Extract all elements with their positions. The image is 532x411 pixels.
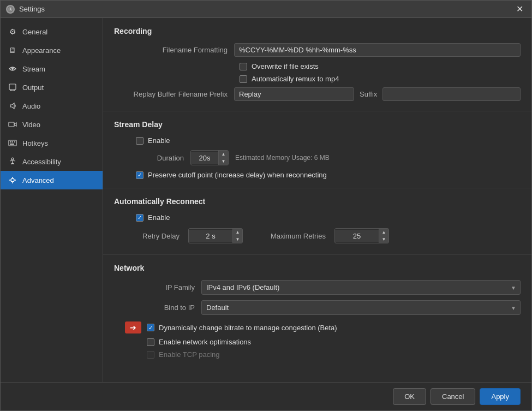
network-section: Network IP Family IPv4 and IPv6 (Default… (103, 255, 531, 367)
stream-delay-enable-label: Enable (148, 136, 170, 145)
retry-delay-decrement[interactable]: ▼ (232, 236, 242, 243)
app-icon (6, 5, 15, 14)
sidebar-item-output[interactable]: Output (1, 78, 103, 97)
preserve-label: Preserve cutoff point (increase delay) w… (148, 171, 327, 179)
sidebar-item-hotkeys[interactable]: Hotkeys (1, 134, 103, 152)
dynamic-bitrate-checkbox[interactable]: ✓ (147, 324, 154, 331)
svg-rect-6 (12, 141, 13, 142)
retry-delay-spinner: 2 s ▲ ▼ (188, 228, 243, 243)
filename-row: Filename Formatting (114, 43, 521, 57)
dynamic-bitrate-row: ➔ ✓ Dynamically change bitrate to manage… (114, 321, 521, 333)
ok-button[interactable]: OK (393, 388, 426, 405)
network-opt-label: Enable network optimisations (159, 338, 251, 346)
suffix-label: Suffix (354, 90, 382, 98)
window-title: Settings (19, 5, 45, 13)
reconnect-enable-label: Enable (148, 213, 170, 222)
svg-rect-2 (9, 84, 16, 90)
preserve-checkbox[interactable]: ✓ (136, 171, 144, 179)
remux-row: Automatically remux to mp4 (114, 75, 521, 83)
replay-prefix-input[interactable] (234, 87, 354, 101)
remux-checkbox[interactable] (240, 75, 247, 83)
retry-delay-btns: ▲ ▼ (232, 229, 242, 243)
settings-window: Settings ✕ ⚙ General 🖥 Appearance (0, 0, 532, 411)
retry-delay-increment[interactable]: ▲ (232, 229, 242, 236)
max-retries-decrement[interactable]: ▼ (379, 236, 388, 243)
overwrite-checkbox[interactable] (240, 63, 247, 70)
sidebar-label-hotkeys: Hotkeys (22, 139, 48, 147)
sidebar-label-video: Video (22, 121, 40, 129)
network-opt-checkbox[interactable] (147, 338, 154, 346)
stream-icon (8, 64, 17, 73)
appearance-icon: 🖥 (8, 46, 17, 55)
svg-rect-7 (14, 141, 15, 142)
max-retries-increment[interactable]: ▲ (379, 229, 388, 236)
stream-delay-enable-row: Enable (114, 136, 521, 145)
title-bar: Settings ✕ (1, 1, 531, 18)
bind-ip-select[interactable]: Default (201, 300, 521, 315)
advanced-icon (8, 176, 17, 184)
network-title: Network (114, 264, 521, 272)
output-icon (8, 83, 17, 92)
sidebar-item-stream[interactable]: Stream (1, 59, 103, 78)
apply-button[interactable]: Apply (480, 388, 521, 405)
max-retries-btns: ▲ ▼ (379, 229, 388, 243)
svg-point-9 (11, 158, 14, 160)
estimated-memory-label: Estimated Memory Usage: 6 MB (229, 154, 330, 162)
preserve-row: ✓ Preserve cutoff point (increase delay)… (114, 171, 521, 179)
max-retries-label: Maximum Retries (260, 232, 326, 240)
auto-reconnect-section: Automatically Reconnect ✓ Enable Retry D… (103, 188, 531, 255)
video-icon (8, 120, 17, 129)
sidebar-item-general[interactable]: ⚙ General (1, 22, 103, 41)
duration-spinner: 20s ▲ ▼ (190, 150, 229, 165)
sidebar-label-appearance: Appearance (22, 46, 61, 55)
gear-icon: ⚙ (8, 27, 17, 36)
sidebar-label-general: General (22, 28, 47, 36)
sidebar: ⚙ General 🖥 Appearance Stream (1, 18, 103, 382)
ip-family-select[interactable]: IPv4 and IPv6 (Default) (201, 280, 521, 295)
duration-decrement[interactable]: ▼ (218, 158, 228, 165)
duration-increment[interactable]: ▲ (218, 151, 228, 158)
bind-ip-label: Bind to IP (114, 303, 201, 312)
tcp-pacing-checkbox[interactable] (147, 351, 154, 359)
main-content: Recording Filename Formatting Overwrite … (103, 18, 531, 382)
svg-point-10 (11, 178, 14, 182)
cancel-button[interactable]: Cancel (431, 388, 475, 405)
accessibility-icon (8, 157, 17, 166)
retry-row: Retry Delay 2 s ▲ ▼ Maximum Retries 25 ▲ (114, 228, 521, 243)
retry-delay-value: 2 s (189, 230, 232, 242)
stream-delay-section: Stream Delay Enable Duration 20s ▲ ▼ Est… (103, 111, 531, 188)
close-button[interactable]: ✕ (513, 3, 526, 16)
bind-ip-select-wrapper: Default ▼ (201, 300, 521, 315)
suffix-input[interactable] (382, 87, 521, 101)
sidebar-item-accessibility[interactable]: Accessibility (1, 152, 103, 171)
max-retries-spinner: 25 ▲ ▼ (334, 228, 389, 243)
svg-rect-3 (9, 122, 14, 127)
sidebar-item-appearance[interactable]: 🖥 Appearance (1, 41, 103, 59)
duration-value: 20s (191, 152, 218, 164)
svg-point-1 (11, 68, 14, 70)
sidebar-label-advanced: Advanced (22, 176, 54, 184)
window-content: ⚙ General 🖥 Appearance Stream (1, 18, 531, 382)
reconnect-enable-checkbox[interactable]: ✓ (136, 214, 144, 222)
recording-section: Recording Filename Formatting Overwrite … (103, 18, 531, 111)
sidebar-label-accessibility: Accessibility (22, 158, 61, 166)
ip-family-label: IP Family (114, 283, 201, 291)
hotkeys-icon (8, 139, 17, 147)
stream-delay-enable-checkbox[interactable] (136, 137, 144, 145)
network-opt-row: Enable network optimisations (114, 338, 521, 346)
sidebar-label-output: Output (22, 84, 44, 92)
sidebar-item-video[interactable]: Video (1, 115, 103, 134)
overwrite-label: Overwrite if file exists (252, 62, 319, 70)
filename-input[interactable] (234, 43, 521, 57)
svg-rect-8 (10, 144, 14, 145)
replay-prefix-label: Replay Buffer Filename Prefix (114, 90, 234, 98)
recording-title: Recording (114, 27, 521, 35)
retry-delay-label: Retry Delay (136, 232, 180, 240)
tcp-pacing-label: Enable TCP pacing (159, 350, 220, 359)
dynamic-bitrate-label: Dynamically change bitrate to manage con… (159, 324, 337, 332)
bind-ip-row: Bind to IP Default ▼ (114, 300, 521, 315)
sidebar-item-audio[interactable]: Audio (1, 97, 103, 115)
duration-row: Duration 20s ▲ ▼ Estimated Memory Usage:… (114, 150, 521, 165)
title-bar-left: Settings (6, 5, 45, 14)
sidebar-item-advanced[interactable]: Advanced (1, 171, 103, 189)
